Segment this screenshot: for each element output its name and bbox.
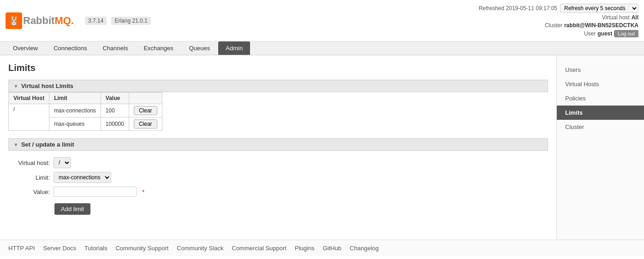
set-limit-arrow: ▼ xyxy=(13,142,18,147)
sidebar-item-virtual-hosts[interactable]: Virtual Hosts xyxy=(557,77,644,91)
footer-link-http-api[interactable]: HTTP API xyxy=(8,245,35,252)
vhost-form-select[interactable]: / xyxy=(54,157,71,168)
vhost-form-row: Virtual host: / xyxy=(8,157,548,168)
sidebar-item-policies[interactable]: Policies xyxy=(557,91,644,106)
vhost-limits-section-header[interactable]: ▼ Virtual host Limits xyxy=(8,80,548,92)
footer-link-changelog[interactable]: Changelog xyxy=(350,245,379,252)
limit-form-select[interactable]: max-connections max-queues xyxy=(54,172,111,183)
user-value: guest xyxy=(597,30,612,37)
user-row: User guest Log out xyxy=(584,30,638,37)
set-limit-section-header[interactable]: ▼ Set / update a limit xyxy=(8,138,548,151)
sidebar-item-users[interactable]: Users xyxy=(557,63,644,77)
required-star: * xyxy=(142,188,144,195)
value-form-label: Value: xyxy=(8,188,50,195)
vhost-label: Virtual host xyxy=(602,14,630,21)
clear-cell-1: Clear xyxy=(129,104,162,118)
logo-rabbit-icon: 🐰 xyxy=(9,16,19,26)
value-form-row: Value: * xyxy=(8,187,548,197)
clear-cell-2: Clear xyxy=(129,118,162,131)
col-action xyxy=(129,93,162,104)
add-limit-button[interactable]: Add limit xyxy=(54,203,90,215)
set-limit-title: Set / update a limit xyxy=(21,141,74,148)
vhost-cell: / xyxy=(9,104,49,131)
footer-link-community-slack[interactable]: Community Slack xyxy=(177,245,223,252)
top-right: Refreshed 2019-05-11 09:17:05 Refresh ev… xyxy=(479,4,638,37)
logo-area: 🐰 RabbitMQ. 3.7.14 Erlang 21.0.1 xyxy=(6,12,479,29)
col-vhost: Virtual Host xyxy=(9,93,49,104)
value-form-input[interactable] xyxy=(54,187,137,197)
sidebar-item-cluster[interactable]: Cluster xyxy=(557,120,644,134)
table-row: / max-connections 100 Clear xyxy=(9,104,162,118)
refreshed-label: Refreshed 2019-05-11 09:17:05 xyxy=(479,5,557,12)
refresh-row: Refreshed 2019-05-11 09:17:05 Refresh ev… xyxy=(479,4,638,13)
nav: Overview Connections Channels Exchanges … xyxy=(0,41,644,55)
set-limit-form: Virtual host: / Limit: max-connections m… xyxy=(8,157,548,215)
vhost-limits-arrow: ▼ xyxy=(13,83,18,89)
cluster-value: rabbit@WIN-BN52SEDCTKA xyxy=(564,22,638,29)
content: Limits ▼ Virtual host Limits Virtual Hos… xyxy=(0,55,556,240)
tab-queues[interactable]: Queues xyxy=(182,41,218,55)
footer-link-plugins[interactable]: Plugins xyxy=(295,245,315,252)
logo-icon: 🐰 xyxy=(6,12,22,29)
logo-text: RabbitMQ. xyxy=(23,15,74,27)
logout-button[interactable]: Log out xyxy=(614,30,638,37)
col-limit: Limit xyxy=(49,93,101,104)
footer-link-community-support[interactable]: Community Support xyxy=(115,245,168,252)
vhost-value: All xyxy=(632,14,638,21)
sidebar: Users Virtual Hosts Policies Limits Clus… xyxy=(556,55,644,240)
header: 🐰 RabbitMQ. 3.7.14 Erlang 21.0.1 Refresh… xyxy=(0,0,644,41)
limit-cell-1: max-connections xyxy=(49,104,101,118)
value-cell-2: 100000 xyxy=(101,118,129,131)
limit-form-label: Limit: xyxy=(8,174,50,181)
tab-admin[interactable]: Admin xyxy=(218,41,250,55)
erlang-badge: Erlang 21.0.1 xyxy=(111,17,150,25)
footer-link-server-docs[interactable]: Server Docs xyxy=(43,245,77,252)
col-value: Value xyxy=(101,93,129,104)
footer: HTTP API Server Docs Tutorials Community… xyxy=(0,240,644,256)
vhost-row: Virtual host All xyxy=(602,14,638,21)
tab-overview[interactable]: Overview xyxy=(6,41,45,55)
clear-button-1[interactable]: Clear xyxy=(134,106,157,115)
add-limit-row: Add limit xyxy=(8,200,548,215)
cluster-row: Cluster rabbit@WIN-BN52SEDCTKA xyxy=(545,22,638,29)
user-label: User xyxy=(584,30,596,37)
limits-table: Virtual Host Limit Value / max-connectio… xyxy=(8,92,162,131)
vhost-form-label: Virtual host: xyxy=(8,159,50,166)
clear-button-2[interactable]: Clear xyxy=(134,119,157,129)
footer-link-commercial-support[interactable]: Commercial Support xyxy=(232,245,287,252)
tab-connections[interactable]: Connections xyxy=(46,41,94,55)
refreshed-time: 2019-05-11 09:17:05 xyxy=(506,5,557,12)
main: Limits ▼ Virtual host Limits Virtual Hos… xyxy=(0,55,644,240)
footer-link-github[interactable]: GitHub xyxy=(323,245,341,252)
limit-form-row: Limit: max-connections max-queues xyxy=(8,172,548,183)
tab-channels[interactable]: Channels xyxy=(95,41,135,55)
cluster-label: Cluster xyxy=(545,22,562,29)
value-cell-1: 100 xyxy=(101,104,129,118)
limit-cell-2: max-queues xyxy=(49,118,101,131)
refresh-select[interactable]: Refresh every 5 seconds Refresh every 10… xyxy=(560,4,638,13)
footer-link-tutorials[interactable]: Tutorials xyxy=(84,245,107,252)
logo: 🐰 RabbitMQ. xyxy=(6,12,74,29)
tab-exchanges[interactable]: Exchanges xyxy=(136,41,180,55)
page-title: Limits xyxy=(8,63,548,73)
version-badge: 3.7.14 xyxy=(85,17,107,25)
sidebar-item-limits[interactable]: Limits xyxy=(557,106,644,120)
vhost-limits-title: Virtual host Limits xyxy=(21,82,73,89)
